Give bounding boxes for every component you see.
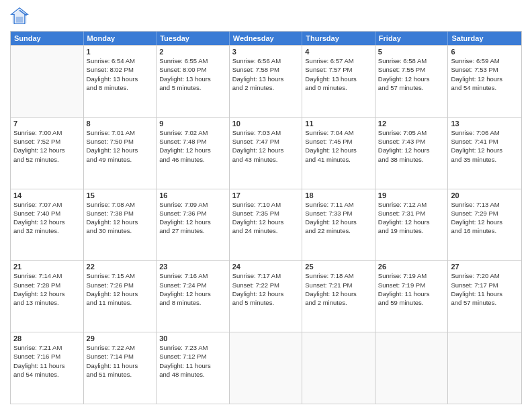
calendar-day-15: 15Sunrise: 7:08 AM Sunset: 7:38 PM Dayli… (84, 189, 157, 261)
svg-rect-3 (16, 17, 24, 23)
day-info: Sunrise: 6:54 AM Sunset: 8:02 PM Dayligh… (87, 56, 154, 92)
day-info: Sunrise: 7:03 AM Sunset: 7:47 PM Dayligh… (232, 128, 300, 164)
day-number: 29 (87, 334, 154, 342)
calendar-week-1: 1Sunrise: 6:54 AM Sunset: 8:02 PM Daylig… (11, 45, 521, 117)
day-number: 25 (305, 263, 372, 271)
calendar-day-21: 21Sunrise: 7:14 AM Sunset: 7:28 PM Dayli… (11, 261, 84, 332)
day-info: Sunrise: 7:20 AM Sunset: 7:17 PM Dayligh… (451, 271, 519, 307)
day-number: 27 (451, 263, 519, 271)
day-number: 23 (159, 263, 226, 271)
day-info: Sunrise: 6:58 AM Sunset: 7:55 PM Dayligh… (378, 56, 445, 92)
calendar-day-13: 13Sunrise: 7:06 AM Sunset: 7:41 PM Dayli… (448, 118, 521, 189)
day-number: 21 (13, 263, 81, 271)
calendar-day-5: 5Sunrise: 6:58 AM Sunset: 7:55 PM Daylig… (375, 46, 449, 117)
calendar-day-6: 6Sunrise: 6:59 AM Sunset: 7:53 PM Daylig… (448, 46, 521, 117)
calendar-day-28: 28Sunrise: 7:21 AM Sunset: 7:16 PM Dayli… (11, 332, 84, 404)
day-info: Sunrise: 6:59 AM Sunset: 7:53 PM Dayligh… (451, 56, 519, 92)
day-number: 15 (87, 191, 154, 199)
calendar-week-2: 7Sunrise: 7:00 AM Sunset: 7:52 PM Daylig… (11, 117, 521, 189)
day-info: Sunrise: 7:13 AM Sunset: 7:29 PM Dayligh… (451, 200, 519, 236)
logo-icon (10, 7, 29, 26)
calendar-empty-cell (11, 46, 84, 117)
day-number: 14 (13, 191, 81, 199)
day-info: Sunrise: 7:19 AM Sunset: 7:19 PM Dayligh… (378, 271, 445, 307)
calendar-day-19: 19Sunrise: 7:12 AM Sunset: 7:31 PM Dayli… (375, 189, 449, 261)
calendar-day-10: 10Sunrise: 7:03 AM Sunset: 7:47 PM Dayli… (230, 118, 303, 189)
day-info: Sunrise: 7:11 AM Sunset: 7:33 PM Dayligh… (305, 200, 372, 236)
day-info: Sunrise: 7:15 AM Sunset: 7:26 PM Dayligh… (87, 271, 154, 307)
day-info: Sunrise: 7:08 AM Sunset: 7:38 PM Dayligh… (87, 200, 154, 236)
logo (10, 7, 32, 26)
day-info: Sunrise: 7:14 AM Sunset: 7:28 PM Dayligh… (13, 271, 81, 307)
day-number: 13 (451, 120, 519, 128)
calendar-header-cell-friday: Friday (375, 32, 449, 45)
calendar-header-row: SundayMondayTuesdayWednesdayThursdayFrid… (11, 32, 521, 45)
day-number: 8 (87, 120, 154, 128)
day-info: Sunrise: 7:12 AM Sunset: 7:31 PM Dayligh… (378, 200, 445, 236)
calendar-header-cell-wednesday: Wednesday (230, 32, 303, 45)
day-number: 6 (451, 48, 519, 56)
calendar-header-cell-sunday: Sunday (11, 32, 84, 45)
day-number: 20 (451, 191, 519, 199)
calendar-week-5: 28Sunrise: 7:21 AM Sunset: 7:16 PM Dayli… (11, 332, 521, 404)
day-number: 26 (378, 263, 445, 271)
day-info: Sunrise: 7:07 AM Sunset: 7:40 PM Dayligh… (13, 200, 81, 236)
calendar-week-4: 21Sunrise: 7:14 AM Sunset: 7:28 PM Dayli… (11, 260, 521, 332)
calendar: SundayMondayTuesdayWednesdayThursdayFrid… (10, 31, 522, 404)
day-number: 28 (13, 334, 81, 342)
day-number: 3 (232, 48, 300, 56)
day-number: 2 (159, 48, 226, 56)
day-number: 18 (305, 191, 372, 199)
day-info: Sunrise: 7:10 AM Sunset: 7:35 PM Dayligh… (232, 200, 300, 236)
calendar-day-4: 4Sunrise: 6:57 AM Sunset: 7:57 PM Daylig… (302, 46, 375, 117)
calendar-empty-cell (375, 332, 449, 404)
day-number: 11 (305, 120, 372, 128)
day-info: Sunrise: 7:09 AM Sunset: 7:36 PM Dayligh… (159, 200, 226, 236)
day-number: 22 (87, 263, 154, 271)
calendar-day-26: 26Sunrise: 7:19 AM Sunset: 7:19 PM Dayli… (375, 261, 449, 332)
calendar-day-2: 2Sunrise: 6:55 AM Sunset: 8:00 PM Daylig… (157, 46, 230, 117)
day-number: 17 (232, 191, 300, 199)
calendar-day-25: 25Sunrise: 7:18 AM Sunset: 7:21 PM Dayli… (302, 261, 375, 332)
calendar-day-17: 17Sunrise: 7:10 AM Sunset: 7:35 PM Dayli… (230, 189, 303, 261)
day-number: 12 (378, 120, 445, 128)
calendar-week-3: 14Sunrise: 7:07 AM Sunset: 7:40 PM Dayli… (11, 189, 521, 261)
day-info: Sunrise: 7:06 AM Sunset: 7:41 PM Dayligh… (451, 128, 519, 164)
day-info: Sunrise: 6:55 AM Sunset: 8:00 PM Dayligh… (159, 56, 226, 92)
day-info: Sunrise: 7:16 AM Sunset: 7:24 PM Dayligh… (159, 271, 226, 307)
calendar-header-cell-saturday: Saturday (448, 32, 521, 45)
day-info: Sunrise: 6:56 AM Sunset: 7:58 PM Dayligh… (232, 56, 300, 92)
day-info: Sunrise: 7:00 AM Sunset: 7:52 PM Dayligh… (13, 128, 81, 164)
day-number: 16 (159, 191, 226, 199)
calendar-day-20: 20Sunrise: 7:13 AM Sunset: 7:29 PM Dayli… (448, 189, 521, 261)
day-info: Sunrise: 7:04 AM Sunset: 7:45 PM Dayligh… (305, 128, 372, 164)
day-number: 4 (305, 48, 372, 56)
day-number: 30 (159, 334, 226, 342)
day-number: 1 (87, 48, 154, 56)
calendar-day-8: 8Sunrise: 7:01 AM Sunset: 7:50 PM Daylig… (84, 118, 157, 189)
day-number: 7 (13, 120, 81, 128)
calendar-day-29: 29Sunrise: 7:22 AM Sunset: 7:14 PM Dayli… (84, 332, 157, 404)
calendar-empty-cell (448, 332, 521, 404)
calendar-day-24: 24Sunrise: 7:17 AM Sunset: 7:22 PM Dayli… (230, 261, 303, 332)
calendar-day-1: 1Sunrise: 6:54 AM Sunset: 8:02 PM Daylig… (84, 46, 157, 117)
calendar-empty-cell (230, 332, 303, 404)
calendar-day-22: 22Sunrise: 7:15 AM Sunset: 7:26 PM Dayli… (84, 261, 157, 332)
day-number: 9 (159, 120, 226, 128)
calendar-header-cell-monday: Monday (84, 32, 157, 45)
calendar-day-16: 16Sunrise: 7:09 AM Sunset: 7:36 PM Dayli… (157, 189, 230, 261)
day-info: Sunrise: 7:01 AM Sunset: 7:50 PM Dayligh… (87, 128, 154, 164)
calendar-day-9: 9Sunrise: 7:02 AM Sunset: 7:48 PM Daylig… (157, 118, 230, 189)
day-info: Sunrise: 7:21 AM Sunset: 7:16 PM Dayligh… (13, 343, 81, 379)
calendar-day-3: 3Sunrise: 6:56 AM Sunset: 7:58 PM Daylig… (230, 46, 303, 117)
calendar-day-23: 23Sunrise: 7:16 AM Sunset: 7:24 PM Dayli… (157, 261, 230, 332)
day-info: Sunrise: 6:57 AM Sunset: 7:57 PM Dayligh… (305, 56, 372, 92)
calendar-empty-cell (302, 332, 375, 404)
calendar-day-18: 18Sunrise: 7:11 AM Sunset: 7:33 PM Dayli… (302, 189, 375, 261)
calendar-day-14: 14Sunrise: 7:07 AM Sunset: 7:40 PM Dayli… (11, 189, 84, 261)
day-info: Sunrise: 7:17 AM Sunset: 7:22 PM Dayligh… (232, 271, 300, 307)
day-number: 24 (232, 263, 300, 271)
day-number: 19 (378, 191, 445, 199)
calendar-header-cell-thursday: Thursday (302, 32, 375, 45)
calendar-body: 1Sunrise: 6:54 AM Sunset: 8:02 PM Daylig… (11, 45, 521, 404)
